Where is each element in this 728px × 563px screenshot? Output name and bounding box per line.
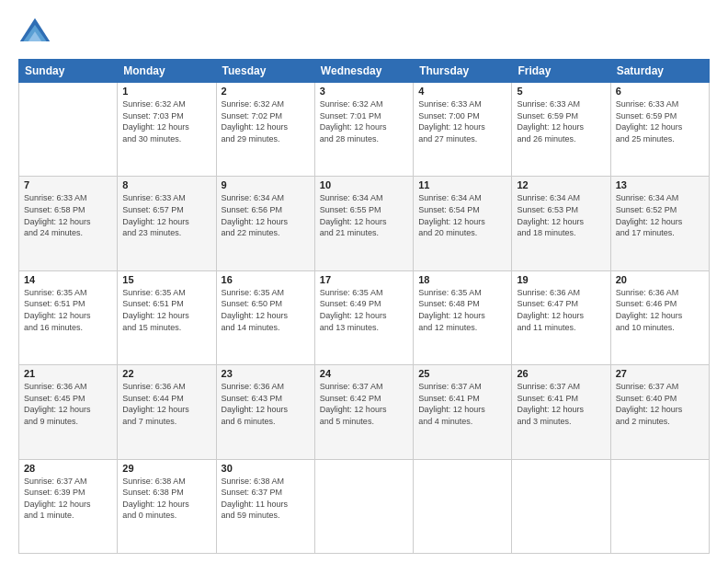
- calendar-cell: 13Sunrise: 6:34 AM Sunset: 6:52 PM Dayli…: [610, 177, 709, 270]
- calendar-cell: 28Sunrise: 6:37 AM Sunset: 6:39 PM Dayli…: [19, 459, 118, 553]
- day-info: Sunrise: 6:33 AM Sunset: 6:57 PM Dayligh…: [122, 192, 210, 238]
- day-number: 21: [24, 368, 112, 379]
- calendar-cell: 25Sunrise: 6:37 AM Sunset: 6:41 PM Dayli…: [414, 365, 512, 459]
- calendar-cell: 17Sunrise: 6:35 AM Sunset: 6:49 PM Dayli…: [314, 270, 413, 364]
- day-number: 29: [122, 463, 210, 474]
- header: [18, 17, 710, 50]
- day-number: 9: [222, 179, 310, 190]
- day-info: Sunrise: 6:37 AM Sunset: 6:41 PM Dayligh…: [418, 381, 506, 427]
- calendar-cell: [610, 459, 709, 553]
- col-header-saturday: Saturday: [610, 60, 709, 83]
- calendar-cell: 30Sunrise: 6:38 AM Sunset: 6:37 PM Dayli…: [216, 459, 314, 553]
- calendar-cell: 11Sunrise: 6:34 AM Sunset: 6:54 PM Dayli…: [414, 177, 512, 270]
- calendar-cell: [19, 83, 118, 177]
- calendar-cell: 14Sunrise: 6:35 AM Sunset: 6:51 PM Dayli…: [19, 270, 118, 364]
- calendar-cell: 7Sunrise: 6:33 AM Sunset: 6:58 PM Daylig…: [19, 177, 118, 270]
- calendar-week-row: 14Sunrise: 6:35 AM Sunset: 6:51 PM Dayli…: [19, 270, 710, 364]
- calendar-cell: 16Sunrise: 6:35 AM Sunset: 6:50 PM Dayli…: [216, 270, 314, 364]
- day-info: Sunrise: 6:32 AM Sunset: 7:03 PM Dayligh…: [122, 98, 210, 144]
- day-info: Sunrise: 6:33 AM Sunset: 6:59 PM Dayligh…: [616, 98, 704, 144]
- col-header-tuesday: Tuesday: [216, 60, 314, 83]
- day-number: 1: [122, 86, 210, 97]
- calendar-header-row: SundayMondayTuesdayWednesdayThursdayFrid…: [19, 60, 710, 83]
- calendar-cell: 19Sunrise: 6:36 AM Sunset: 6:47 PM Dayli…: [512, 270, 610, 364]
- day-info: Sunrise: 6:33 AM Sunset: 6:58 PM Dayligh…: [24, 192, 112, 238]
- calendar-week-row: 1Sunrise: 6:32 AM Sunset: 7:03 PM Daylig…: [19, 83, 710, 177]
- day-info: Sunrise: 6:34 AM Sunset: 6:56 PM Dayligh…: [222, 192, 310, 238]
- day-number: 11: [418, 179, 506, 190]
- day-number: 26: [517, 368, 605, 379]
- calendar-cell: [512, 459, 610, 553]
- day-number: 25: [418, 368, 506, 379]
- day-number: 30: [222, 463, 310, 474]
- day-number: 8: [122, 179, 210, 190]
- day-info: Sunrise: 6:32 AM Sunset: 7:02 PM Dayligh…: [222, 98, 310, 144]
- day-number: 6: [616, 86, 704, 97]
- day-number: 20: [616, 274, 704, 285]
- calendar-cell: 5Sunrise: 6:33 AM Sunset: 6:59 PM Daylig…: [512, 83, 610, 177]
- day-info: Sunrise: 6:34 AM Sunset: 6:53 PM Dayligh…: [517, 192, 605, 238]
- day-number: 27: [616, 368, 704, 379]
- day-info: Sunrise: 6:36 AM Sunset: 6:43 PM Dayligh…: [222, 381, 310, 427]
- day-info: Sunrise: 6:37 AM Sunset: 6:42 PM Dayligh…: [320, 381, 408, 427]
- day-number: 22: [122, 368, 210, 379]
- logo-icon: [18, 17, 51, 50]
- day-number: 23: [222, 368, 310, 379]
- col-header-wednesday: Wednesday: [314, 60, 413, 83]
- day-number: 3: [320, 86, 408, 97]
- col-header-thursday: Thursday: [414, 60, 512, 83]
- day-info: Sunrise: 6:34 AM Sunset: 6:54 PM Dayligh…: [418, 192, 506, 238]
- calendar-cell: 27Sunrise: 6:37 AM Sunset: 6:40 PM Dayli…: [610, 365, 709, 459]
- calendar-cell: 8Sunrise: 6:33 AM Sunset: 6:57 PM Daylig…: [118, 177, 216, 270]
- calendar-cell: 4Sunrise: 6:33 AM Sunset: 7:00 PM Daylig…: [414, 83, 512, 177]
- calendar-cell: 21Sunrise: 6:36 AM Sunset: 6:45 PM Dayli…: [19, 365, 118, 459]
- day-info: Sunrise: 6:36 AM Sunset: 6:44 PM Dayligh…: [122, 381, 210, 427]
- day-number: 13: [616, 179, 704, 190]
- calendar-cell: 12Sunrise: 6:34 AM Sunset: 6:53 PM Dayli…: [512, 177, 610, 270]
- col-header-monday: Monday: [118, 60, 216, 83]
- calendar-cell: 10Sunrise: 6:34 AM Sunset: 6:55 PM Dayli…: [314, 177, 413, 270]
- calendar-cell: 3Sunrise: 6:32 AM Sunset: 7:01 PM Daylig…: [314, 83, 413, 177]
- day-info: Sunrise: 6:37 AM Sunset: 6:40 PM Dayligh…: [616, 381, 704, 427]
- day-number: 24: [320, 368, 408, 379]
- calendar-cell: 29Sunrise: 6:38 AM Sunset: 6:38 PM Dayli…: [118, 459, 216, 553]
- day-info: Sunrise: 6:35 AM Sunset: 6:49 PM Dayligh…: [320, 287, 408, 333]
- calendar-week-row: 28Sunrise: 6:37 AM Sunset: 6:39 PM Dayli…: [19, 459, 710, 553]
- day-number: 10: [320, 179, 408, 190]
- calendar-cell: 1Sunrise: 6:32 AM Sunset: 7:03 PM Daylig…: [118, 83, 216, 177]
- day-number: 14: [24, 274, 112, 285]
- day-number: 19: [517, 274, 605, 285]
- day-info: Sunrise: 6:37 AM Sunset: 6:39 PM Dayligh…: [24, 476, 112, 522]
- calendar: SundayMondayTuesdayWednesdayThursdayFrid…: [18, 59, 710, 554]
- calendar-cell: 18Sunrise: 6:35 AM Sunset: 6:48 PM Dayli…: [414, 270, 512, 364]
- day-info: Sunrise: 6:36 AM Sunset: 6:47 PM Dayligh…: [517, 287, 605, 333]
- day-info: Sunrise: 6:32 AM Sunset: 7:01 PM Dayligh…: [320, 98, 408, 144]
- calendar-cell: 24Sunrise: 6:37 AM Sunset: 6:42 PM Dayli…: [314, 365, 413, 459]
- day-info: Sunrise: 6:35 AM Sunset: 6:51 PM Dayligh…: [24, 287, 112, 333]
- logo: [18, 17, 55, 50]
- calendar-cell: 15Sunrise: 6:35 AM Sunset: 6:51 PM Dayli…: [118, 270, 216, 364]
- calendar-body: 1Sunrise: 6:32 AM Sunset: 7:03 PM Daylig…: [19, 83, 710, 554]
- day-number: 15: [122, 274, 210, 285]
- calendar-cell: 6Sunrise: 6:33 AM Sunset: 6:59 PM Daylig…: [610, 83, 709, 177]
- day-info: Sunrise: 6:36 AM Sunset: 6:45 PM Dayligh…: [24, 381, 112, 427]
- day-number: 4: [418, 86, 506, 97]
- calendar-cell: 22Sunrise: 6:36 AM Sunset: 6:44 PM Dayli…: [118, 365, 216, 459]
- calendar-cell: [414, 459, 512, 553]
- day-number: 16: [222, 274, 310, 285]
- calendar-cell: 20Sunrise: 6:36 AM Sunset: 6:46 PM Dayli…: [610, 270, 709, 364]
- day-info: Sunrise: 6:37 AM Sunset: 6:41 PM Dayligh…: [517, 381, 605, 427]
- calendar-cell: [314, 459, 413, 553]
- day-number: 17: [320, 274, 408, 285]
- day-info: Sunrise: 6:33 AM Sunset: 6:59 PM Dayligh…: [517, 98, 605, 144]
- col-header-friday: Friday: [512, 60, 610, 83]
- day-number: 28: [24, 463, 112, 474]
- day-info: Sunrise: 6:33 AM Sunset: 7:00 PM Dayligh…: [418, 98, 506, 144]
- day-number: 7: [24, 179, 112, 190]
- day-info: Sunrise: 6:35 AM Sunset: 6:51 PM Dayligh…: [122, 287, 210, 333]
- day-info: Sunrise: 6:36 AM Sunset: 6:46 PM Dayligh…: [616, 287, 704, 333]
- day-info: Sunrise: 6:35 AM Sunset: 6:50 PM Dayligh…: [222, 287, 310, 333]
- calendar-cell: 23Sunrise: 6:36 AM Sunset: 6:43 PM Dayli…: [216, 365, 314, 459]
- calendar-cell: 2Sunrise: 6:32 AM Sunset: 7:02 PM Daylig…: [216, 83, 314, 177]
- day-number: 18: [418, 274, 506, 285]
